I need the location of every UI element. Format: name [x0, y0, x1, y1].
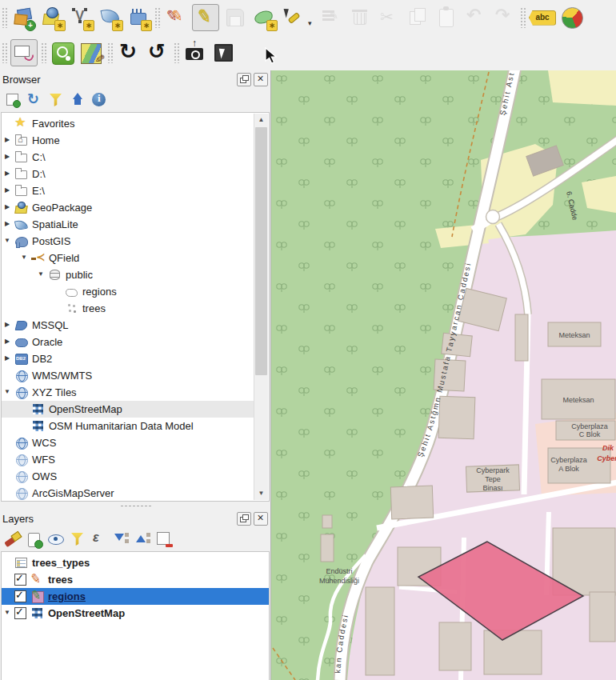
- browser-item-trees[interactable]: trees: [2, 300, 254, 317]
- browser-item-mssql[interactable]: MSSQL: [2, 317, 254, 334]
- new-spatialite-icon[interactable]: [97, 5, 122, 30]
- layer-item-trees-types[interactable]: trees_types: [2, 554, 269, 571]
- browser-item-qfield[interactable]: QField: [2, 250, 254, 266]
- sand-patch: [548, 70, 616, 106]
- browser-item-spatialite[interactable]: SpatiaLite: [2, 216, 254, 233]
- float-panel-button[interactable]: [237, 73, 251, 86]
- select-features-button[interactable]: [10, 39, 38, 66]
- new-shapefile-icon[interactable]: [68, 5, 94, 30]
- layer-checkbox[interactable]: [14, 574, 26, 586]
- color-wheel-button[interactable]: [559, 5, 585, 30]
- collapse-all-button[interactable]: [68, 90, 87, 110]
- quick-map-services-button[interactable]: [78, 40, 104, 66]
- new-layer-group-icon[interactable]: [10, 5, 36, 30]
- browser-item-wms-wmts[interactable]: WMS/WMTS: [2, 367, 254, 384]
- editing-point-layer-icon: [30, 573, 44, 586]
- browser-item-regions[interactable]: regions: [2, 283, 254, 300]
- zoom-native-button[interactable]: [50, 40, 75, 66]
- close-panel-button[interactable]: [254, 73, 268, 86]
- save-edits-button: [222, 5, 248, 30]
- browser-item-e-drive[interactable]: E:\: [2, 182, 254, 199]
- browser-item-d-drive[interactable]: D:\: [2, 166, 254, 182]
- expand-all-button[interactable]: [111, 530, 130, 549]
- browser-scrollbar[interactable]: ▲ ▼: [254, 114, 268, 500]
- layer-styling-button[interactable]: [3, 530, 22, 549]
- browser-item-label: Oracle: [32, 336, 62, 348]
- geopackage-icon: [14, 201, 28, 214]
- toggle-editing-button[interactable]: [192, 4, 219, 31]
- properties-widget-button[interactable]: [90, 90, 109, 110]
- browser-item-label: QField: [49, 252, 79, 264]
- paste-features-button: [434, 5, 459, 30]
- float-panel-button[interactable]: [237, 512, 251, 526]
- scrollbar-thumb[interactable]: [255, 127, 267, 375]
- new-geopackage-icon[interactable]: [39, 5, 65, 30]
- refresh-counterclockwise-button[interactable]: [145, 40, 170, 66]
- ows-globe-icon: [14, 470, 28, 483]
- import-photos-button[interactable]: ↑: [182, 40, 208, 66]
- browser-panel-header: Browser: [0, 70, 270, 88]
- browser-item-c-drive[interactable]: C:\: [2, 149, 254, 166]
- add-selected-layer-button[interactable]: [3, 90, 22, 110]
- toolbar-grip[interactable]: [107, 42, 113, 63]
- cut-features-button: [376, 5, 402, 30]
- toolbar-grip[interactable]: [2, 7, 7, 28]
- layer-item-regions[interactable]: regions: [2, 588, 269, 605]
- remove-layer-button[interactable]: [154, 530, 174, 549]
- map-label-red-1: Dik: [602, 444, 614, 452]
- browser-item-oracle[interactable]: Oracle: [2, 334, 254, 350]
- refresh-browser-button[interactable]: [25, 90, 44, 110]
- toolbar-grip[interactable]: [520, 7, 526, 28]
- new-virtual-layer-icon[interactable]: [126, 5, 151, 30]
- toolbar-grip[interactable]: [41, 42, 46, 63]
- toolbar-grip[interactable]: [154, 7, 160, 28]
- map-canvas[interactable]: kan Caddesi Şehit Astğmn Mustafa Tayyarc…: [271, 70, 616, 680]
- browser-item-geopackage[interactable]: GeoPackage: [2, 199, 254, 216]
- toolbar-grip[interactable]: [2, 42, 7, 63]
- filter-legend-button[interactable]: [68, 530, 87, 549]
- filter-browser-button[interactable]: [46, 90, 66, 110]
- plugin-pointer-button[interactable]: [211, 40, 237, 66]
- browser-item-db2[interactable]: DB2DB2: [2, 350, 254, 367]
- vertex-tool-button[interactable]: [280, 5, 306, 30]
- vertex-tool-dropdown[interactable]: [307, 5, 317, 30]
- close-panel-button[interactable]: [254, 512, 268, 526]
- refresh-clockwise-button[interactable]: [116, 40, 142, 66]
- browser-item-label: OWS: [32, 470, 57, 482]
- filter-expression-button[interactable]: [90, 530, 109, 549]
- scroll-down-arrow[interactable]: ▼: [254, 487, 268, 500]
- map-themes-button[interactable]: [46, 530, 66, 549]
- browser-item-label: C:\: [32, 151, 46, 163]
- browser-item-public-schema[interactable]: public: [2, 266, 254, 283]
- layer-checkbox[interactable]: [14, 607, 26, 619]
- panel-splitter[interactable]: [0, 502, 270, 510]
- browser-item-wcs[interactable]: WCS: [2, 434, 254, 451]
- wfs-globe-icon: [14, 453, 28, 466]
- collapse-all-button[interactable]: [133, 530, 152, 549]
- browser-item-home[interactable]: ⌂Home: [2, 132, 254, 149]
- layer-item-openstreetmap[interactable]: OpenStreetMap: [2, 605, 269, 622]
- layer-checkbox[interactable]: [14, 590, 26, 602]
- browser-item-osm-humanitarian[interactable]: OSM Humanitarian Data Model: [2, 418, 254, 434]
- browser-item-xyz-tiles[interactable]: XYZ Tiles: [2, 384, 254, 401]
- scroll-up-arrow[interactable]: ▲: [254, 114, 268, 126]
- copy-features-button: [405, 5, 430, 30]
- browser-item-postgis[interactable]: PostGIS: [2, 233, 254, 250]
- browser-item-favorites[interactable]: Favorites: [2, 115, 254, 132]
- browser-item-openstreetmap[interactable]: OpenStreetMap: [2, 401, 254, 418]
- wcs-globe-icon: [14, 436, 28, 450]
- qfield-connection-icon: [31, 251, 45, 265]
- toolbar-grip[interactable]: [174, 42, 179, 63]
- browser-item-wfs[interactable]: WFS: [2, 451, 254, 468]
- new-badge-icon: [83, 20, 94, 31]
- move-feature-button[interactable]: [251, 5, 277, 30]
- labeling-abc-button[interactable]: abc: [529, 10, 556, 26]
- modify-attributes-button: [318, 5, 344, 30]
- add-group-button[interactable]: [25, 530, 44, 549]
- oracle-icon: [14, 335, 28, 349]
- browser-item-arcgismapserver[interactable]: ArcGisMapServer: [2, 485, 254, 502]
- layer-item-trees[interactable]: trees: [2, 571, 269, 588]
- redo-button: [491, 5, 517, 30]
- browser-item-ows[interactable]: OWS: [2, 468, 254, 485]
- current-edits-button[interactable]: [163, 5, 189, 30]
